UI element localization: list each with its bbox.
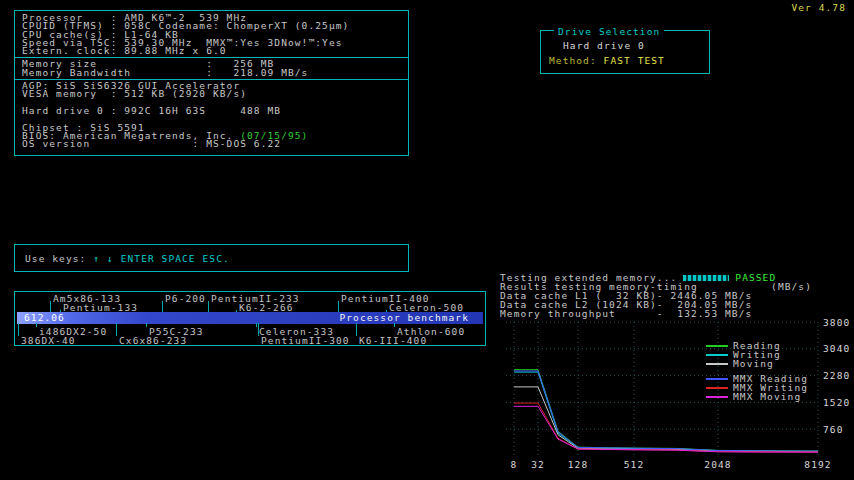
benchmark-title: Processor benchmark	[339, 312, 469, 324]
drive-selection-item-method[interactable]: Method: FAST TEST	[549, 55, 709, 66]
keys-help-panel: Use keys: ↑ ↓ ENTER SPACE ESC.	[14, 244, 409, 272]
drive-selection-title: Drive Selection	[554, 26, 664, 37]
x-axis-label: 32	[531, 459, 545, 470]
memory-chart-legend: ReadingWritingMovingMMX ReadingMMX Writi…	[706, 341, 808, 401]
system-info-panel: Processor : AMD K6™-2 539 MHzCPUID (TFMS…	[14, 10, 409, 156]
y-axis-label: 1520	[823, 397, 850, 408]
y-axis-label: 2280	[823, 370, 850, 381]
speedsys-screen: Ver 4.78 Processor : AMD K6™-2 539 MHzCP…	[0, 0, 854, 480]
legend-swatch	[706, 378, 728, 380]
info-line: Hard drive 0 : 992C 16H 63S 488 MB	[22, 107, 408, 115]
version-label: Ver 4.78	[791, 2, 846, 13]
memtest-progress-bar	[683, 275, 729, 281]
cpu-ref-label: K6-III-400	[359, 335, 427, 346]
cpu-ref-label: PentiumII-300	[261, 335, 350, 346]
legend-swatch	[706, 387, 728, 389]
cpu-ref-label: 386DX-40	[21, 335, 76, 346]
x-axis-label: 2048	[704, 459, 731, 470]
y-axis-label: 760	[823, 424, 843, 435]
legend-label: MMX Moving	[733, 391, 801, 402]
cpu-ref-label: Cx6x86-233	[119, 335, 187, 346]
x-axis-label: 128	[568, 459, 588, 470]
method-value: FAST TEST	[604, 55, 665, 66]
legend-swatch	[706, 345, 728, 347]
info-line: Extern. clock: 89.88 MHz x 6.0	[22, 47, 408, 55]
drive-selection-item-hard-drive[interactable]: Hard drive 0	[563, 40, 709, 51]
series-mmx-writing	[514, 403, 818, 452]
memory-test-panel: Testing extended memory... PASSED Result…	[500, 273, 816, 318]
method-label: Method:	[549, 55, 604, 66]
x-axis-label: 8192	[804, 459, 831, 470]
memtest-units-label: (MB/s)	[771, 282, 812, 291]
legend-label: Moving	[733, 358, 774, 369]
x-axis-label: 512	[624, 459, 644, 470]
y-axis-label: 3800	[823, 317, 850, 328]
cpu-benchmark-labels-row-4: 386DX-40Cx6x86-233PentiumII-300K6-III-40…	[15, 335, 485, 344]
legend-item: MMX Moving	[706, 392, 808, 401]
legend-item: Moving	[706, 359, 808, 368]
cpu-benchmark-labels-row-1: Am5x86-133P6-200PentiumII-233PentiumII-4…	[15, 293, 485, 302]
legend-swatch	[706, 363, 728, 365]
keys-help-label: Use keys:	[25, 253, 86, 264]
cpu-benchmark-labels-row-3: i486DX2-50P55C-233Celeron-333Athlon-600	[15, 326, 485, 335]
cpu-benchmark-panel: Am5x86-133P6-200PentiumII-233PentiumII-4…	[14, 291, 486, 346]
cpu-benchmark-labels-row-2: Pentium-133K6-2-266Celeron-500	[15, 302, 485, 311]
info-line: VESA memory : 512 KB (2920 KB/s)	[22, 90, 408, 98]
legend-swatch	[706, 354, 728, 356]
system-info-lines: Processor : AMD K6™-2 539 MHzCPUID (TFMS…	[22, 14, 408, 148]
x-axis-label: 8	[511, 459, 518, 470]
y-axis-label: 3040	[823, 343, 850, 354]
info-line: OS version : MS-DOS 6.22	[22, 140, 408, 148]
benchmark-bar: 612.06 Processor benchmark	[17, 312, 483, 324]
keys-help-keys: ↑ ↓ ENTER SPACE ESC.	[93, 253, 229, 264]
benchmark-score: 612.06	[24, 312, 65, 324]
legend-swatch	[706, 396, 728, 398]
info-line: Memory Bandwidth : 218.09 MB/s	[22, 69, 408, 77]
drive-selection-panel: Drive Selection Hard drive 0 Method: FAS…	[540, 30, 710, 74]
